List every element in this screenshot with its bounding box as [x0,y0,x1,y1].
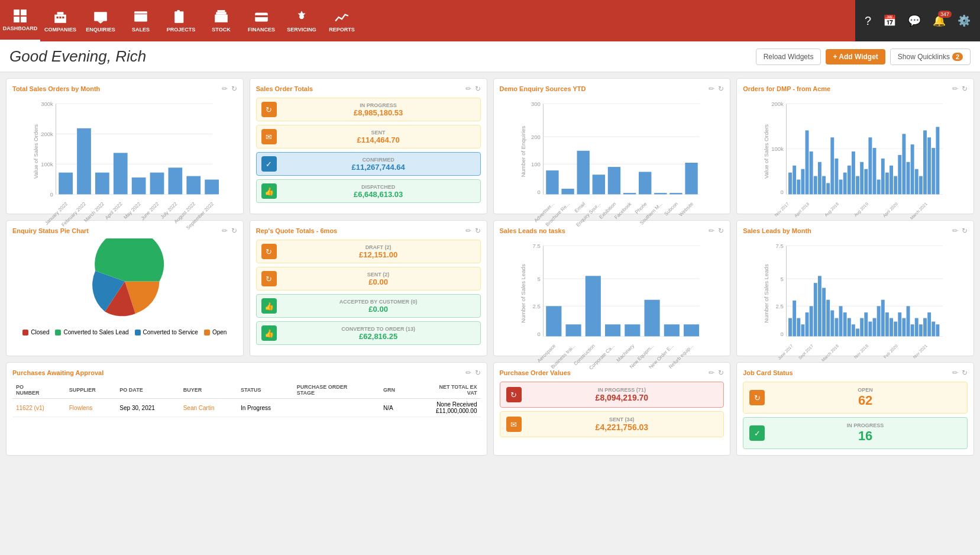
svg-rect-201 [919,324,923,336]
help-icon[interactable]: ? [865,14,871,28]
svg-rect-0 [14,9,20,15]
svg-rect-176 [814,283,817,336]
svg-rect-124 [923,130,927,194]
svg-rect-144 [546,306,561,336]
refresh-icon-jcs[interactable]: ↻ [962,369,968,377]
svg-rect-197 [903,318,906,337]
svg-rect-19 [176,18,179,20]
svg-rect-115 [885,173,889,195]
rq-sent[interactable]: ↻ SENT (2) £0.00 [256,267,481,291]
status-card-sent[interactable]: ✉ SENT £114,464.70 [256,125,481,149]
notifications-icon[interactable]: 🔔 347 [933,14,946,27]
refresh-icon-rq[interactable]: ↻ [475,227,481,235]
svg-rect-196 [898,312,902,336]
nav-companies[interactable]: COMPANIES [40,0,80,41]
svg-rect-182 [839,306,843,336]
svg-rect-202 [923,318,927,337]
dashboard-grid: Total Sales Orders by Month ✏ ↻ 300k 200… [0,72,980,462]
refresh-icon-slm[interactable]: ↻ [962,227,968,235]
svg-rect-125 [927,137,931,194]
nav-projects[interactable]: PROJECTS [161,0,201,41]
svg-rect-111 [869,137,872,194]
edit-icon-sot[interactable]: ✏ [465,85,471,93]
status-card-dispatched[interactable]: 👍 DISPATCHED £6,648,613.03 [256,179,481,203]
nav-servicing[interactable]: SERVICING [282,0,322,41]
nav-sales[interactable]: SALES [121,0,161,41]
widget-orders-dmp: Orders for DMP - from Acme ✏ ↻ 200k 100k… [736,78,974,214]
svg-text:Feb 2020: Feb 2020 [883,344,899,360]
svg-rect-190 [873,318,876,337]
refresh-icon-total-sales[interactable]: ↻ [231,85,237,93]
edit-icon-pa[interactable]: ✏ [465,369,471,377]
edit-icon-slm[interactable]: ✏ [952,227,958,235]
svg-rect-99 [818,162,821,195]
svg-rect-110 [865,169,868,195]
svg-rect-71 [654,193,667,194]
pov-sent[interactable]: ✉ SENT (34) £4,221,756.03 [500,411,725,437]
edit-icon-de[interactable]: ✏ [709,85,714,93]
refresh-icon-pov[interactable]: ↻ [718,369,724,377]
widget-sales-leads-no-tasks: Sales Leads no tasks ✏ ↻ 7.5 5 2.5 0 [493,220,731,356]
edit-icon-pie[interactable]: ✏ [222,227,228,235]
edit-icon-jcs[interactable]: ✏ [952,369,958,377]
svg-rect-100 [822,176,826,195]
svg-text:0: 0 [537,331,540,337]
svg-rect-72 [669,193,682,194]
status-card-confirmed[interactable]: ✓ CONFIRMED £11,267,744.64 [256,152,481,176]
svg-rect-22 [218,10,225,12]
edit-icon-rq[interactable]: ✏ [465,227,471,235]
col-po-date: PO DATE [116,382,179,399]
edit-icon-total-sales[interactable]: ✏ [222,85,228,93]
svg-rect-118 [898,155,902,195]
svg-rect-105 [843,173,847,195]
jcs-open[interactable]: ↻ OPEN 62 [743,382,968,414]
svg-rect-93 [793,166,796,195]
add-widget-button[interactable]: + Add Widget [826,49,885,64]
pov-in-progress[interactable]: ↻ IN PROGRESS (71) £8,094,219.70 [500,382,725,408]
chat-icon[interactable]: 💬 [908,14,921,27]
rq-draft[interactable]: ↻ DRAFT (2) £12,151.00 [256,240,481,263]
edit-icon-pov[interactable]: ✏ [709,369,714,377]
nav-dashboard[interactable]: DASHBOARD [0,0,40,41]
refresh-icon-pa[interactable]: ↻ [475,369,481,377]
refresh-icon-dmp[interactable]: ↻ [962,85,968,93]
refresh-icon-de[interactable]: ↻ [718,85,724,93]
rq-converted[interactable]: 👍 CONVERTED TO ORDER (13) £62,816.25 [256,321,481,345]
nav-reports[interactable]: REPORTS [322,0,362,41]
svg-rect-7 [59,16,61,18]
edit-icon-slnt[interactable]: ✏ [709,227,714,235]
refresh-icon-sot[interactable]: ↻ [475,85,481,93]
purchases-table: PONUMBER SUPPLIER PO DATE BUYER STATUS P… [12,382,481,417]
status-card-in-progress[interactable]: ↻ IN PROGRESS £8,985,180.53 [256,98,481,121]
show-quicklinks-button[interactable]: Show Quicklinks 2 [890,49,971,65]
calendar-icon[interactable]: 📅 [883,14,896,27]
col-supplier: SUPPLIER [66,382,117,399]
settings-icon[interactable]: ⚙️ [958,14,971,27]
svg-text:0: 0 [781,189,784,195]
rq-accepted[interactable]: 👍 ACCEPTED BY CUSTOMER (0) £0.00 [256,294,481,318]
quicklinks-badge: 2 [952,53,963,61]
svg-text:200k: 200k [41,131,53,137]
reload-widgets-button[interactable]: Reload Widgets [756,49,821,65]
svg-text:Phone: Phone [633,201,648,215]
svg-rect-200 [915,318,918,337]
nav-finances[interactable]: FINANCES [241,0,282,41]
jcs-in-progress[interactable]: ✓ IN PROGRESS 16 [743,417,968,449]
edit-icon-dmp[interactable]: ✏ [952,85,958,93]
legend-open: Open [204,329,227,335]
svg-rect-70 [639,172,651,194]
svg-rect-64 [546,170,558,194]
nav-stock[interactable]: STOCK [201,0,241,41]
svg-text:5: 5 [781,276,784,282]
svg-rect-103 [835,159,839,195]
svg-rect-16 [177,10,180,12]
col-net-total: NET TOTAL EXVAT [408,382,480,399]
svg-rect-204 [932,322,936,337]
svg-rect-173 [801,324,805,336]
nav-enquiries[interactable]: ENQUIRIES [80,0,121,41]
svg-rect-199 [911,324,914,336]
refresh-icon-pie[interactable]: ↻ [231,227,237,235]
svg-rect-6 [57,16,59,18]
svg-rect-122 [915,169,918,195]
refresh-icon-slnt[interactable]: ↻ [718,227,724,235]
